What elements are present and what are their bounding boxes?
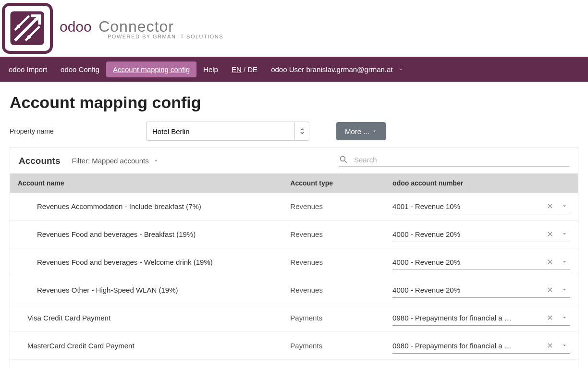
account-select[interactable]: 4000 - Revenue 20% — [392, 226, 570, 242]
search-input[interactable] — [354, 156, 569, 164]
cell-account-type: Revenues — [282, 221, 385, 248]
navbar: odoo Import odoo Config Account mapping … — [0, 57, 588, 82]
cell-account-name: Revenues Other - High-Speed WLAN (19%) — [10, 276, 282, 304]
caret-down-icon[interactable] — [559, 340, 570, 351]
account-select[interactable]: 0980 - Prepayments for financial a … — [392, 338, 570, 354]
brand-text: odoo Connector POWERED BY GRMAN IT SOLUT… — [60, 18, 223, 39]
accounts-table: Account name Account type odoo account n… — [10, 173, 578, 369]
cell-odoo-account: 4000 - Revenue 20% — [385, 221, 578, 248]
svg-point-2 — [27, 36, 31, 39]
clear-icon[interactable] — [544, 284, 556, 295]
caret-down-icon[interactable] — [559, 284, 570, 295]
property-row: Property name Hotel Berlin More ... — [10, 122, 578, 141]
search-icon — [339, 155, 348, 164]
cell-account-name: City Tax (0%) — [10, 360, 282, 369]
cell-account-name: Revenues Food and beverages - Welcome dr… — [10, 248, 282, 276]
svg-point-5 — [340, 156, 345, 161]
account-value: 4000 - Revenue 20% — [392, 258, 541, 266]
col-odoo-number: odoo account number — [385, 173, 578, 193]
svg-point-3 — [35, 18, 38, 21]
account-value: 4001 - Revenue 10% — [392, 202, 541, 210]
account-value: 0980 - Prepayments for financial a … — [392, 314, 541, 322]
table-row: City Tax (0%)City Taxes6660 - Municipal … — [10, 360, 578, 369]
cell-odoo-account: 4001 - Revenue 10% — [385, 193, 578, 221]
lang-sep: / — [242, 65, 248, 74]
caret-down-icon — [372, 129, 377, 134]
cell-account-type: Revenues — [282, 193, 385, 221]
cell-account-type: Revenues — [282, 276, 385, 304]
nav-help[interactable]: Help — [196, 62, 225, 77]
table-row: Revenues Other - High-Speed WLAN (19%)Re… — [10, 276, 578, 304]
lang-en[interactable]: EN — [232, 65, 242, 74]
nav-odoo-config[interactable]: odoo Config — [54, 62, 106, 77]
cell-account-type: Revenues — [282, 248, 385, 276]
clear-icon[interactable] — [544, 256, 556, 268]
table-row: Revenues Food and beverages - Breakfast … — [10, 221, 578, 248]
cell-odoo-account: 4000 - Revenue 20% — [385, 276, 578, 304]
cell-account-name: Revenues Food and beverages - Breakfast … — [10, 221, 282, 248]
account-select[interactable]: 6660 - Municipal taxes — [392, 366, 570, 369]
filter-label: Filter: Mapped accounts — [72, 157, 149, 165]
nav-user[interactable]: odoo User branislav.grman@grman.at — [264, 62, 410, 77]
property-select-wrap: Hotel Berlin — [146, 122, 309, 141]
property-label: Property name — [10, 127, 135, 135]
table-row: Revenues Food and beverages - Welcome dr… — [10, 248, 578, 276]
more-button[interactable]: More ... — [336, 122, 386, 140]
filter-dropdown[interactable]: Filter: Mapped accounts — [72, 157, 159, 165]
brand-odoo: odoo — [60, 19, 92, 35]
table-row: Visa Credit Card PaymentPayments0980 - P… — [10, 304, 578, 332]
caret-down-icon[interactable] — [559, 256, 570, 268]
caret-down-icon[interactable] — [559, 312, 570, 323]
account-value: 4000 - Revenue 20% — [392, 230, 541, 238]
svg-point-1 — [17, 25, 20, 28]
lang-de[interactable]: DE — [247, 65, 257, 74]
nav-odoo-import[interactable]: odoo Import — [2, 62, 54, 77]
table-row: Revenues Accommodation - Include breakfa… — [10, 193, 578, 221]
cell-odoo-account: 0980 - Prepayments for financial a … — [385, 332, 578, 360]
clear-icon[interactable] — [544, 312, 556, 323]
clear-icon[interactable] — [544, 200, 556, 212]
card-title: Accounts — [19, 156, 61, 166]
more-button-label: More ... — [345, 127, 369, 135]
svg-point-4 — [24, 18, 26, 20]
user-label: odoo User — [271, 65, 306, 74]
account-value: 0980 - Prepayments for financial a … — [392, 342, 541, 350]
brand-connector: Connector — [98, 18, 174, 35]
col-account-name: Account name — [10, 173, 282, 193]
cell-account-type: Payments — [282, 304, 385, 332]
cell-odoo-account: 0980 - Prepayments for financial a … — [385, 304, 578, 332]
cell-account-type: Payments — [282, 332, 385, 360]
app-header: odoo Connector POWERED BY GRMAN IT SOLUT… — [0, 0, 588, 57]
clear-icon[interactable] — [544, 228, 556, 240]
caret-down-icon[interactable] — [559, 200, 570, 212]
cell-account-type: City Taxes — [282, 360, 385, 369]
cell-odoo-account: 4000 - Revenue 20% — [385, 248, 578, 276]
brand-sub: POWERED BY GRMAN IT SOLUTIONS — [108, 34, 223, 39]
account-select[interactable]: 4000 - Revenue 20% — [392, 282, 570, 298]
accounts-card: Accounts Filter: Mapped accounts Account… — [10, 148, 578, 369]
user-email: branislav.grman@grman.at — [306, 65, 393, 74]
page: Account mapping config Property name Hot… — [0, 82, 588, 369]
account-select[interactable]: 0980 - Prepayments for financial a … — [392, 310, 570, 326]
caret-down-icon[interactable] — [559, 228, 570, 240]
cell-account-name: Revenues Accommodation - Include breakfa… — [10, 193, 282, 221]
cell-account-name: Visa Credit Card Payment — [10, 304, 282, 332]
clear-icon[interactable] — [544, 340, 556, 351]
table-row: MasterCard Credit Card PaymentPayments09… — [10, 332, 578, 360]
caret-down-icon — [154, 159, 159, 163]
cell-odoo-account: 6660 - Municipal taxes — [385, 360, 578, 369]
account-select[interactable]: 4001 - Revenue 10% — [392, 198, 570, 214]
cell-account-name: MasterCard Credit Card Payment — [10, 332, 282, 360]
nav-account-mapping[interactable]: Account mapping config — [106, 62, 196, 77]
account-select[interactable]: 4000 - Revenue 20% — [392, 254, 570, 270]
search-wrap — [339, 155, 569, 167]
page-title: Account mapping config — [10, 93, 578, 112]
col-account-type: Account type — [282, 173, 385, 193]
card-header: Accounts Filter: Mapped accounts — [10, 148, 578, 173]
nav-lang[interactable]: EN / DE — [225, 62, 264, 77]
account-value: 4000 - Revenue 20% — [392, 286, 541, 294]
property-select[interactable]: Hotel Berlin — [146, 122, 309, 141]
chevron-down-icon — [398, 66, 404, 72]
logo — [2, 3, 53, 54]
